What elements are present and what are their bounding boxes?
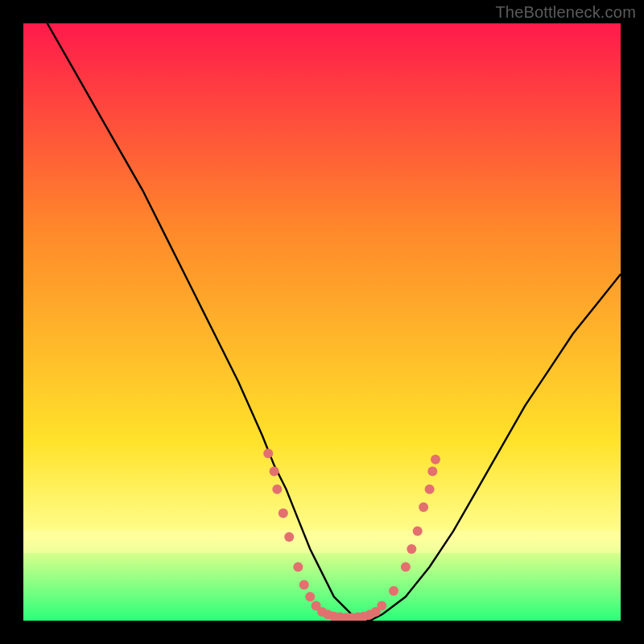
watermark-text: TheBottleneck.com	[495, 3, 636, 22]
highlight-band	[23, 530, 621, 553]
data-dot	[293, 562, 303, 572]
data-dot	[407, 544, 416, 554]
data-dot	[272, 485, 282, 494]
data-dot	[279, 508, 288, 518]
chart-frame	[23, 23, 621, 621]
data-dot	[431, 455, 440, 464]
data-dot	[427, 467, 437, 477]
data-dot	[389, 586, 398, 596]
data-dot	[270, 467, 279, 477]
bottleneck-chart	[23, 23, 621, 621]
data-dot	[377, 601, 386, 611]
data-dot	[401, 562, 411, 572]
data-dot	[299, 580, 309, 590]
data-dot	[413, 526, 423, 536]
data-dot	[263, 448, 273, 458]
data-dot	[419, 502, 428, 512]
data-dot	[305, 592, 315, 601]
data-dot	[284, 532, 294, 542]
data-dot	[425, 485, 435, 494]
